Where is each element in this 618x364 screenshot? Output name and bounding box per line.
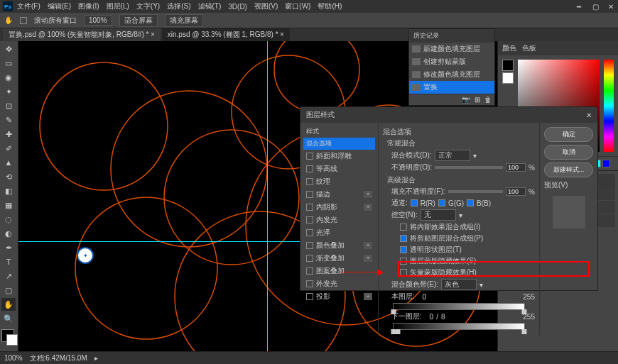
chk-interior[interactable] xyxy=(400,224,407,231)
history-panel[interactable]: 历史记录 新建颜色填充图层 创建剪贴蒙版 修改颜色填充图层 置换 📷 ⊞ 🗑 xyxy=(408,28,495,106)
channel-g-checkbox[interactable] xyxy=(438,199,445,206)
wand-tool[interactable]: ✦ xyxy=(1,85,16,98)
dialog-titlebar[interactable]: 图层样式 ✕ xyxy=(300,107,597,123)
zoom-tool[interactable]: 🔍 xyxy=(1,312,16,325)
lasso-tool[interactable]: ◉ xyxy=(1,71,16,84)
new-style-button[interactable]: 新建样式... xyxy=(544,162,593,177)
zoom-100-button[interactable]: 100% xyxy=(84,15,112,26)
style-checkbox[interactable] xyxy=(306,153,313,160)
chk-vector-mask[interactable] xyxy=(400,269,407,276)
history-item[interactable]: 修改颜色填充图层 xyxy=(409,68,494,81)
style-item[interactable]: 渐变叠加+ xyxy=(303,252,375,265)
style-checkbox[interactable] xyxy=(306,229,313,236)
tab-close-icon[interactable]: × xyxy=(151,31,155,38)
zoom-level[interactable]: 100% xyxy=(4,354,23,362)
add-effect-icon[interactable]: + xyxy=(364,204,372,211)
blend-mode-select[interactable]: 正常 xyxy=(435,150,470,161)
fit-screen-button[interactable]: 适合屏幕 xyxy=(119,14,158,27)
minimize-icon[interactable]: ━ xyxy=(574,1,584,12)
close-icon[interactable]: ✕ xyxy=(605,1,615,12)
stamp-tool[interactable]: ▲ xyxy=(1,156,16,169)
blendif-select[interactable]: 灰色 xyxy=(441,279,477,290)
menu-help[interactable]: 帮助(H) xyxy=(315,0,345,13)
dialog-close-icon[interactable]: ✕ xyxy=(586,111,592,119)
layer-style-dialog[interactable]: 图层样式 ✕ 样式 混合选项 斜面和浮雕等高线纹理描边+内阴影+内发光光泽颜色叠… xyxy=(300,106,598,291)
style-item[interactable]: 外发光 xyxy=(303,277,375,290)
gradient-tool[interactable]: ▦ xyxy=(1,199,16,211)
add-effect-icon[interactable]: + xyxy=(364,255,372,262)
crop-tool[interactable]: ⊡ xyxy=(1,99,16,112)
path-tool[interactable]: ↗ xyxy=(1,270,16,282)
menu-filter[interactable]: 滤镜(T) xyxy=(195,0,224,13)
knockout-select[interactable]: 无 xyxy=(421,209,456,221)
menu-select[interactable]: 选择(S) xyxy=(164,0,193,13)
style-checkbox[interactable] xyxy=(306,280,313,287)
style-checkbox[interactable] xyxy=(306,204,313,211)
menu-view[interactable]: 视图(V) xyxy=(251,0,281,13)
guide-vertical[interactable] xyxy=(267,41,268,351)
maximize-icon[interactable]: ▢ xyxy=(590,1,600,12)
color-panel-tab[interactable]: 颜色 色板 xyxy=(498,41,618,55)
style-item[interactable]: 光泽 xyxy=(303,226,375,239)
new-snapshot-icon[interactable]: ⊞ xyxy=(475,96,480,104)
style-item[interactable]: 内发光 xyxy=(303,214,375,226)
style-item[interactable]: 纹理 xyxy=(303,175,375,188)
menu-3d[interactable]: 3D(D) xyxy=(225,1,250,12)
color-swatch[interactable] xyxy=(1,329,14,342)
menu-image[interactable]: 图像(I) xyxy=(75,0,102,13)
style-item[interactable]: 描边+ xyxy=(303,188,375,201)
style-item[interactable]: 斜面和浮雕 xyxy=(303,150,375,162)
menu-edit[interactable]: 编辑(E) xyxy=(45,0,74,13)
pen-tool[interactable]: ✒ xyxy=(1,241,16,254)
style-item[interactable]: 投影+ xyxy=(303,290,375,303)
shape-tool[interactable]: ▢ xyxy=(1,284,16,297)
trash-icon[interactable]: 🗑 xyxy=(484,96,492,104)
history-item[interactable]: 新建颜色填充图层 xyxy=(409,43,494,55)
dodge-tool[interactable]: ◐ xyxy=(1,227,16,240)
fg-color[interactable] xyxy=(502,60,514,71)
chevron-right-icon[interactable]: ▸ xyxy=(94,354,98,362)
add-effect-icon[interactable]: + xyxy=(364,242,372,249)
bg-color[interactable] xyxy=(502,72,514,84)
opacity-input[interactable] xyxy=(506,163,526,172)
marquee-tool[interactable]: ▭ xyxy=(1,57,16,70)
menu-file[interactable]: 文件(F) xyxy=(14,0,43,13)
channel-r-checkbox[interactable] xyxy=(411,199,418,206)
chevron-down-icon[interactable]: ▾ xyxy=(473,152,477,160)
blur-tool[interactable]: ◌ xyxy=(1,213,16,226)
menu-window[interactable]: 窗口(W) xyxy=(282,0,313,13)
style-checkbox[interactable] xyxy=(306,165,313,172)
chk-clipped[interactable] xyxy=(400,235,407,242)
scroll-all-checkbox[interactable] xyxy=(20,17,27,24)
ok-button[interactable]: 确定 xyxy=(544,127,593,142)
fill-screen-button[interactable]: 填充屏幕 xyxy=(165,14,203,27)
hue-strip[interactable] xyxy=(604,60,614,152)
history-item[interactable]: 创建剪贴蒙版 xyxy=(409,55,494,68)
style-item[interactable]: 颜色叠加+ xyxy=(303,239,375,252)
style-checkbox[interactable] xyxy=(306,178,313,185)
eyedropper-tool[interactable]: ✎ xyxy=(1,114,16,126)
camera-icon[interactable]: 📷 xyxy=(462,96,470,104)
type-tool[interactable]: T xyxy=(1,255,16,268)
hand-tool[interactable]: ✋ xyxy=(1,298,16,311)
hand-tool-icon[interactable]: ✋ xyxy=(4,16,13,24)
blend-options-item[interactable]: 混合选项 xyxy=(303,138,375,150)
brush-tool[interactable]: ✐ xyxy=(1,142,16,155)
history-item[interactable]: 置换 xyxy=(409,81,494,94)
style-checkbox[interactable] xyxy=(306,268,313,275)
eraser-tool[interactable]: ◧ xyxy=(1,184,16,197)
style-item[interactable]: 内阴影+ xyxy=(303,201,375,214)
style-item[interactable]: 等高线 xyxy=(303,162,375,175)
tab-document-1[interactable]: 置换.psd @ 100% (矢量智能对象, RGB/8#) * × xyxy=(3,28,161,41)
add-effect-icon[interactable]: + xyxy=(364,293,372,300)
cancel-button[interactable]: 取消 xyxy=(544,145,593,160)
channel-b-checkbox[interactable] xyxy=(467,199,474,206)
chevron-down-icon[interactable]: ▾ xyxy=(459,211,462,219)
menu-type[interactable]: 文字(Y) xyxy=(134,0,163,13)
fill-slider[interactable] xyxy=(448,190,504,193)
opacity-slider[interactable] xyxy=(435,166,503,169)
style-checkbox[interactable] xyxy=(306,255,313,262)
style-checkbox[interactable] xyxy=(306,293,313,300)
chk-transparency[interactable] xyxy=(400,246,407,253)
style-checkbox[interactable] xyxy=(306,216,313,224)
